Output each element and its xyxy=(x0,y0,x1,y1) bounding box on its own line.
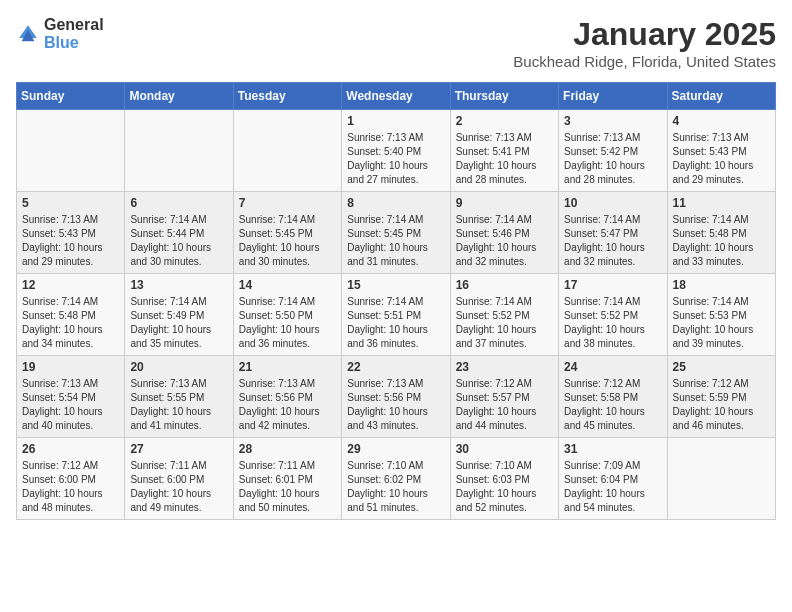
day-number: 6 xyxy=(130,196,227,210)
calendar-day-25: 25Sunrise: 7:12 AM Sunset: 5:59 PM Dayli… xyxy=(667,356,775,438)
day-info: Sunrise: 7:14 AM Sunset: 5:46 PM Dayligh… xyxy=(456,213,553,269)
day-info: Sunrise: 7:14 AM Sunset: 5:50 PM Dayligh… xyxy=(239,295,336,351)
calendar-day-4: 4Sunrise: 7:13 AM Sunset: 5:43 PM Daylig… xyxy=(667,110,775,192)
day-number: 3 xyxy=(564,114,661,128)
day-info: Sunrise: 7:14 AM Sunset: 5:44 PM Dayligh… xyxy=(130,213,227,269)
calendar-day-26: 26Sunrise: 7:12 AM Sunset: 6:00 PM Dayli… xyxy=(17,438,125,520)
calendar-day-20: 20Sunrise: 7:13 AM Sunset: 5:55 PM Dayli… xyxy=(125,356,233,438)
calendar-empty-cell xyxy=(125,110,233,192)
day-number: 23 xyxy=(456,360,553,374)
day-info: Sunrise: 7:10 AM Sunset: 6:02 PM Dayligh… xyxy=(347,459,444,515)
day-info: Sunrise: 7:14 AM Sunset: 5:48 PM Dayligh… xyxy=(22,295,119,351)
page-header: General Blue January 2025 Buckhead Ridge… xyxy=(16,16,776,70)
day-number: 5 xyxy=(22,196,119,210)
calendar-day-12: 12Sunrise: 7:14 AM Sunset: 5:48 PM Dayli… xyxy=(17,274,125,356)
day-number: 21 xyxy=(239,360,336,374)
calendar-empty-cell xyxy=(17,110,125,192)
calendar-day-31: 31Sunrise: 7:09 AM Sunset: 6:04 PM Dayli… xyxy=(559,438,667,520)
day-info: Sunrise: 7:12 AM Sunset: 5:59 PM Dayligh… xyxy=(673,377,770,433)
calendar-day-6: 6Sunrise: 7:14 AM Sunset: 5:44 PM Daylig… xyxy=(125,192,233,274)
day-number: 25 xyxy=(673,360,770,374)
day-info: Sunrise: 7:13 AM Sunset: 5:56 PM Dayligh… xyxy=(347,377,444,433)
calendar-day-28: 28Sunrise: 7:11 AM Sunset: 6:01 PM Dayli… xyxy=(233,438,341,520)
day-number: 4 xyxy=(673,114,770,128)
calendar-day-7: 7Sunrise: 7:14 AM Sunset: 5:45 PM Daylig… xyxy=(233,192,341,274)
day-info: Sunrise: 7:13 AM Sunset: 5:43 PM Dayligh… xyxy=(673,131,770,187)
day-number: 29 xyxy=(347,442,444,456)
day-info: Sunrise: 7:13 AM Sunset: 5:55 PM Dayligh… xyxy=(130,377,227,433)
day-number: 19 xyxy=(22,360,119,374)
day-number: 16 xyxy=(456,278,553,292)
day-info: Sunrise: 7:14 AM Sunset: 5:49 PM Dayligh… xyxy=(130,295,227,351)
calendar-day-11: 11Sunrise: 7:14 AM Sunset: 5:48 PM Dayli… xyxy=(667,192,775,274)
calendar-table: SundayMondayTuesdayWednesdayThursdayFrid… xyxy=(16,82,776,520)
calendar-day-2: 2Sunrise: 7:13 AM Sunset: 5:41 PM Daylig… xyxy=(450,110,558,192)
calendar-day-1: 1Sunrise: 7:13 AM Sunset: 5:40 PM Daylig… xyxy=(342,110,450,192)
calendar-day-24: 24Sunrise: 7:12 AM Sunset: 5:58 PM Dayli… xyxy=(559,356,667,438)
calendar-day-10: 10Sunrise: 7:14 AM Sunset: 5:47 PM Dayli… xyxy=(559,192,667,274)
calendar-day-30: 30Sunrise: 7:10 AM Sunset: 6:03 PM Dayli… xyxy=(450,438,558,520)
day-info: Sunrise: 7:13 AM Sunset: 5:56 PM Dayligh… xyxy=(239,377,336,433)
day-number: 7 xyxy=(239,196,336,210)
calendar-day-21: 21Sunrise: 7:13 AM Sunset: 5:56 PM Dayli… xyxy=(233,356,341,438)
day-number: 28 xyxy=(239,442,336,456)
calendar-day-29: 29Sunrise: 7:10 AM Sunset: 6:02 PM Dayli… xyxy=(342,438,450,520)
logo: General Blue xyxy=(16,16,104,52)
weekday-header-saturday: Saturday xyxy=(667,83,775,110)
day-info: Sunrise: 7:14 AM Sunset: 5:53 PM Dayligh… xyxy=(673,295,770,351)
calendar-day-5: 5Sunrise: 7:13 AM Sunset: 5:43 PM Daylig… xyxy=(17,192,125,274)
day-number: 15 xyxy=(347,278,444,292)
weekday-header-friday: Friday xyxy=(559,83,667,110)
day-info: Sunrise: 7:14 AM Sunset: 5:51 PM Dayligh… xyxy=(347,295,444,351)
calendar-day-13: 13Sunrise: 7:14 AM Sunset: 5:49 PM Dayli… xyxy=(125,274,233,356)
day-info: Sunrise: 7:11 AM Sunset: 6:01 PM Dayligh… xyxy=(239,459,336,515)
calendar-day-15: 15Sunrise: 7:14 AM Sunset: 5:51 PM Dayli… xyxy=(342,274,450,356)
day-number: 22 xyxy=(347,360,444,374)
logo-blue: Blue xyxy=(44,34,79,51)
day-info: Sunrise: 7:13 AM Sunset: 5:43 PM Dayligh… xyxy=(22,213,119,269)
weekday-header-monday: Monday xyxy=(125,83,233,110)
weekday-header-wednesday: Wednesday xyxy=(342,83,450,110)
day-info: Sunrise: 7:11 AM Sunset: 6:00 PM Dayligh… xyxy=(130,459,227,515)
day-number: 18 xyxy=(673,278,770,292)
day-info: Sunrise: 7:14 AM Sunset: 5:52 PM Dayligh… xyxy=(456,295,553,351)
calendar-day-3: 3Sunrise: 7:13 AM Sunset: 5:42 PM Daylig… xyxy=(559,110,667,192)
day-number: 30 xyxy=(456,442,553,456)
day-info: Sunrise: 7:13 AM Sunset: 5:42 PM Dayligh… xyxy=(564,131,661,187)
day-number: 8 xyxy=(347,196,444,210)
location-title: Buckhead Ridge, Florida, United States xyxy=(513,53,776,70)
day-info: Sunrise: 7:14 AM Sunset: 5:45 PM Dayligh… xyxy=(239,213,336,269)
title-block: January 2025 Buckhead Ridge, Florida, Un… xyxy=(513,16,776,70)
calendar-week-4: 19Sunrise: 7:13 AM Sunset: 5:54 PM Dayli… xyxy=(17,356,776,438)
calendar-day-8: 8Sunrise: 7:14 AM Sunset: 5:45 PM Daylig… xyxy=(342,192,450,274)
day-info: Sunrise: 7:13 AM Sunset: 5:40 PM Dayligh… xyxy=(347,131,444,187)
day-number: 2 xyxy=(456,114,553,128)
day-number: 31 xyxy=(564,442,661,456)
calendar-week-3: 12Sunrise: 7:14 AM Sunset: 5:48 PM Dayli… xyxy=(17,274,776,356)
day-info: Sunrise: 7:12 AM Sunset: 5:58 PM Dayligh… xyxy=(564,377,661,433)
day-number: 24 xyxy=(564,360,661,374)
calendar-day-9: 9Sunrise: 7:14 AM Sunset: 5:46 PM Daylig… xyxy=(450,192,558,274)
day-info: Sunrise: 7:14 AM Sunset: 5:52 PM Dayligh… xyxy=(564,295,661,351)
day-info: Sunrise: 7:13 AM Sunset: 5:54 PM Dayligh… xyxy=(22,377,119,433)
calendar-week-5: 26Sunrise: 7:12 AM Sunset: 6:00 PM Dayli… xyxy=(17,438,776,520)
day-info: Sunrise: 7:10 AM Sunset: 6:03 PM Dayligh… xyxy=(456,459,553,515)
calendar-week-1: 1Sunrise: 7:13 AM Sunset: 5:40 PM Daylig… xyxy=(17,110,776,192)
calendar-empty-cell xyxy=(233,110,341,192)
day-number: 1 xyxy=(347,114,444,128)
day-info: Sunrise: 7:14 AM Sunset: 5:48 PM Dayligh… xyxy=(673,213,770,269)
day-info: Sunrise: 7:09 AM Sunset: 6:04 PM Dayligh… xyxy=(564,459,661,515)
day-info: Sunrise: 7:14 AM Sunset: 5:47 PM Dayligh… xyxy=(564,213,661,269)
day-number: 27 xyxy=(130,442,227,456)
logo-general: General xyxy=(44,16,104,33)
month-title: January 2025 xyxy=(513,16,776,53)
day-info: Sunrise: 7:12 AM Sunset: 5:57 PM Dayligh… xyxy=(456,377,553,433)
calendar-day-14: 14Sunrise: 7:14 AM Sunset: 5:50 PM Dayli… xyxy=(233,274,341,356)
day-number: 26 xyxy=(22,442,119,456)
day-info: Sunrise: 7:13 AM Sunset: 5:41 PM Dayligh… xyxy=(456,131,553,187)
day-number: 10 xyxy=(564,196,661,210)
day-number: 14 xyxy=(239,278,336,292)
day-info: Sunrise: 7:12 AM Sunset: 6:00 PM Dayligh… xyxy=(22,459,119,515)
weekday-header-sunday: Sunday xyxy=(17,83,125,110)
calendar-day-23: 23Sunrise: 7:12 AM Sunset: 5:57 PM Dayli… xyxy=(450,356,558,438)
